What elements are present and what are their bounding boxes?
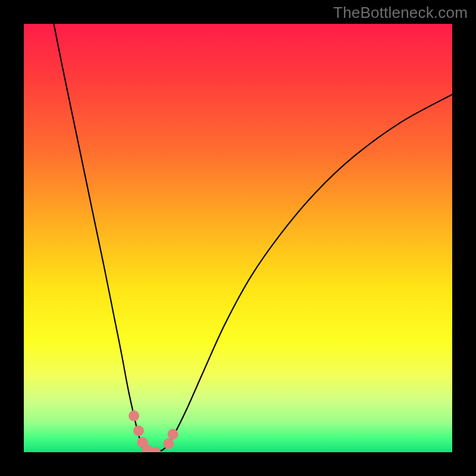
curve-marker — [168, 429, 178, 440]
chart-frame: TheBottleneck.com — [0, 0, 476, 476]
curve-marker — [133, 425, 144, 436]
bottleneck-chart — [24, 24, 452, 452]
chart-background — [24, 24, 452, 452]
curve-marker — [129, 411, 139, 421]
watermark-text: TheBottleneck.com — [333, 4, 468, 22]
curve-marker — [163, 439, 174, 449]
